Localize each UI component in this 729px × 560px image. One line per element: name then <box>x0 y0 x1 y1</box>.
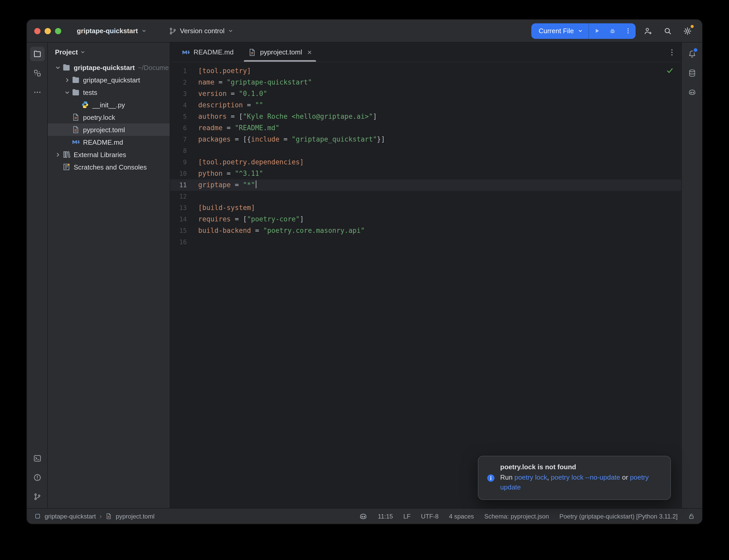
problems-icon <box>33 473 41 482</box>
status-right-group: 11:15LFUTF-84 spacesSchema: pyproject.js… <box>359 512 695 520</box>
tab-label: pyproject.toml <box>260 48 302 56</box>
tree-item-label: README.md <box>83 138 123 146</box>
close-window-button[interactable] <box>34 28 40 34</box>
maximize-window-button[interactable] <box>55 28 61 34</box>
status-encoding[interactable]: UTF-8 <box>421 513 439 520</box>
vcs-widget[interactable]: Version control <box>164 23 238 39</box>
tree-item[interactable]: tests <box>48 86 170 99</box>
database-tool-button[interactable] <box>685 66 699 80</box>
folder-icon <box>33 50 41 58</box>
lock-icon[interactable] <box>688 513 695 520</box>
code-line[interactable]: 3version = "0.1.0" <box>170 88 681 100</box>
folder-icon <box>72 76 80 84</box>
code-line[interactable]: 2name = "griptape-quickstart" <box>170 77 681 88</box>
project-panel-header[interactable]: Project <box>48 43 170 61</box>
code-line[interactable]: 11griptape = "*" <box>170 179 681 191</box>
chevron-down-icon[interactable] <box>62 89 72 96</box>
tree-item[interactable]: pyproject.toml <box>48 123 170 136</box>
code-line[interactable]: 4description = "" <box>170 100 681 111</box>
more-tool-windows-button[interactable] <box>30 85 44 100</box>
line-number: 15 <box>170 225 187 236</box>
code-line[interactable]: 9[tool.poetry.dependencies] <box>170 157 681 168</box>
code-text: griptape = "*" <box>198 179 256 191</box>
terminal-tool-button[interactable] <box>30 451 44 466</box>
code-line[interactable]: 7packages = [{include = "griptape_quicks… <box>170 134 681 145</box>
markdown-icon <box>182 48 190 56</box>
inspections-passed-icon[interactable] <box>666 66 674 75</box>
database-icon <box>688 69 696 77</box>
code-line[interactable]: 5authors = ["Kyle Roche <hello@griptape.… <box>170 111 681 122</box>
notification-popup: poetry.lock is not found Run poetry lock… <box>478 456 671 500</box>
code-line[interactable]: 13[build-system] <box>170 202 681 214</box>
notification-link[interactable]: poetry lock <box>515 474 547 481</box>
chevron-right-icon[interactable] <box>62 76 72 83</box>
notification-link[interactable]: poetry lock --no-update <box>551 474 620 481</box>
status-schema[interactable]: Schema: pyproject.json <box>484 513 549 520</box>
breadcrumb-project[interactable]: griptape-quickstart <box>45 513 96 520</box>
code-line[interactable]: 16 <box>170 236 681 248</box>
notifications-button[interactable] <box>685 47 699 61</box>
code-text: version = "0.1.0" <box>198 88 267 100</box>
tree-item[interactable]: README.md <box>48 136 170 148</box>
code-line[interactable]: 8 <box>170 145 681 157</box>
tab-pyproject.toml[interactable]: pyproject.toml× <box>241 43 319 62</box>
tab-options-button[interactable] <box>668 48 676 56</box>
notification-content: poetry.lock is not found Run poetry lock… <box>500 463 662 493</box>
tab-label: README.md <box>193 48 234 56</box>
tree-item[interactable]: griptape-quickstart~/Docume <box>48 61 170 74</box>
tree-item[interactable]: Scratches and Consoles <box>48 161 170 173</box>
tab-bar: README.mdpyproject.toml× <box>170 43 681 62</box>
chevron-down-icon[interactable] <box>53 64 62 71</box>
tab-README.md[interactable]: README.md <box>174 43 241 62</box>
status-indent[interactable]: 4 spaces <box>449 513 474 520</box>
bug-icon <box>609 27 616 34</box>
code-with-me-button[interactable] <box>641 24 655 38</box>
code-text: name = "griptape-quickstart" <box>198 77 312 88</box>
code-line[interactable]: 15build-backend = "poetry.core.masonry.a… <box>170 225 681 236</box>
notification-text: or <box>620 474 630 481</box>
more-run-options-button[interactable] <box>620 23 636 39</box>
status-items: 11:15LFUTF-84 spacesSchema: pyproject.js… <box>378 513 678 520</box>
status-cursor-position[interactable]: 11:15 <box>378 513 393 520</box>
problems-tool-button[interactable] <box>30 470 44 485</box>
more-vertical-icon <box>624 27 631 34</box>
breadcrumb-file[interactable]: pyproject.toml <box>116 513 154 520</box>
line-number: 1 <box>170 65 187 77</box>
structure-tool-button[interactable] <box>30 66 44 80</box>
run-button[interactable] <box>589 23 605 39</box>
code-line[interactable]: 6readme = "README.md" <box>170 122 681 134</box>
code-line[interactable]: 12 <box>170 191 681 202</box>
debug-button[interactable] <box>605 23 620 39</box>
tree-item[interactable]: griptape_quickstart <box>48 74 170 86</box>
tree-item[interactable]: __init__.py <box>48 99 170 111</box>
copilot-icon[interactable] <box>359 512 368 520</box>
editor-area: README.mdpyproject.toml× 1[tool.poetry]2… <box>170 43 681 508</box>
project-name-widget[interactable]: griptape-quickstart <box>73 23 151 39</box>
tree-item[interactable]: External Libraries <box>48 148 170 161</box>
code-editor[interactable]: 1[tool.poetry]2name = "griptape-quicksta… <box>170 62 681 508</box>
gear-icon <box>683 27 692 35</box>
code-line[interactable]: 1[tool.poetry] <box>170 65 681 77</box>
chevron-right-icon[interactable] <box>53 151 62 158</box>
code-line[interactable]: 14requires = ["poetry-core"] <box>170 214 681 225</box>
person-plus-icon <box>644 27 652 35</box>
tree-item[interactable]: poetry.lock <box>48 111 170 123</box>
close-icon[interactable]: × <box>307 48 312 56</box>
code-text: description = "" <box>198 100 263 111</box>
notification-body: Run poetry lock, poetry lock --no-update… <box>500 473 662 493</box>
settings-button[interactable] <box>680 24 695 38</box>
main-area: Project griptape-quickstart~/Documegript… <box>27 43 702 508</box>
minimize-window-button[interactable] <box>45 28 51 34</box>
ai-assistant-tool-button[interactable] <box>685 85 699 100</box>
project-tool-button[interactable] <box>30 47 44 61</box>
branch-icon <box>169 27 177 35</box>
run-configuration-selector[interactable]: Current File <box>531 23 588 39</box>
line-number: 4 <box>170 100 187 111</box>
search-everywhere-button[interactable] <box>661 24 675 38</box>
window-controls <box>34 28 61 34</box>
version-control-tool-button[interactable] <box>30 489 44 504</box>
markdown-icon <box>72 138 80 146</box>
status-interpreter[interactable]: Poetry (griptape-quickstart) [Python 3.1… <box>559 513 678 520</box>
code-line[interactable]: 10python = "^3.11" <box>170 168 681 179</box>
status-line-separator[interactable]: LF <box>404 513 411 520</box>
